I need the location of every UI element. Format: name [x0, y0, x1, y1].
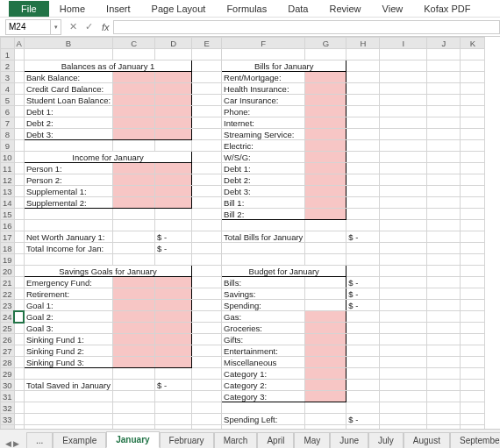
cell[interactable] — [461, 129, 485, 140]
cell[interactable] — [461, 231, 485, 243]
cell[interactable] — [192, 391, 222, 402]
ribbon-tab-home[interactable]: Home — [49, 1, 96, 17]
cell[interactable] — [380, 106, 427, 117]
cell[interactable] — [427, 129, 461, 140]
cell[interactable] — [461, 174, 485, 186]
cell[interactable]: $ - — [346, 231, 380, 243]
cell[interactable] — [155, 414, 192, 425]
cell[interactable] — [380, 323, 427, 334]
cell[interactable] — [461, 402, 485, 414]
cell[interactable] — [461, 140, 485, 152]
cell[interactable] — [346, 254, 380, 266]
cell[interactable] — [113, 311, 155, 323]
row-header[interactable]: 13 — [1, 186, 15, 197]
ribbon-tab-review[interactable]: Review — [318, 1, 371, 17]
cell[interactable]: Supplemental 2: — [24, 197, 112, 209]
row-header[interactable]: 28 — [1, 357, 15, 368]
cell[interactable] — [380, 425, 427, 430]
cell[interactable]: Debt 3: — [24, 129, 112, 140]
sheet-tab[interactable]: March — [214, 432, 258, 448]
cell[interactable]: Rent/Mortgage: — [222, 72, 305, 83]
cell[interactable] — [113, 174, 155, 186]
cell[interactable]: Total Income for Jan: — [24, 243, 112, 254]
cell[interactable] — [24, 140, 112, 152]
cell[interactable] — [427, 425, 461, 430]
cell[interactable] — [155, 186, 192, 197]
row-header[interactable]: 5 — [1, 95, 15, 106]
cell[interactable] — [155, 391, 192, 402]
cell[interactable]: Bills: — [222, 277, 305, 288]
cell[interactable] — [222, 402, 305, 414]
cell[interactable] — [24, 425, 112, 430]
ribbon-tab-file[interactable]: File — [9, 1, 49, 17]
cell[interactable] — [305, 129, 346, 140]
cell[interactable] — [155, 300, 192, 311]
sheet-tab[interactable]: Example — [53, 432, 106, 448]
cell[interactable]: Debt 3: — [222, 186, 305, 197]
cell[interactable] — [427, 186, 461, 197]
cell[interactable] — [461, 345, 485, 357]
spreadsheet-grid[interactable]: A B C D E F G H I J K 12Balances as of J… — [0, 37, 500, 429]
cell[interactable] — [192, 117, 222, 129]
cell[interactable] — [155, 49, 192, 60]
cell[interactable] — [427, 106, 461, 117]
cell[interactable] — [155, 72, 192, 83]
cell[interactable] — [14, 357, 24, 368]
cell[interactable] — [461, 95, 485, 106]
col-header[interactable]: D — [155, 38, 192, 49]
sheet-tab[interactable]: July — [368, 432, 404, 448]
cell[interactable]: Total Bills for January — [222, 231, 305, 243]
cell[interactable]: Debt 2: — [222, 174, 305, 186]
row-header[interactable]: 8 — [1, 129, 15, 140]
name-box-dropdown[interactable]: ▾ — [51, 19, 61, 35]
cell[interactable] — [14, 106, 24, 117]
cell[interactable] — [346, 49, 380, 60]
cell[interactable] — [192, 288, 222, 300]
cell[interactable] — [24, 49, 112, 60]
cell[interactable] — [192, 140, 222, 152]
cell[interactable] — [305, 311, 346, 323]
cell[interactable] — [192, 300, 222, 311]
cell[interactable] — [427, 288, 461, 300]
cell[interactable] — [14, 334, 24, 345]
cell[interactable] — [113, 83, 155, 95]
cell[interactable] — [461, 357, 485, 368]
cell[interactable] — [346, 60, 380, 72]
cell[interactable] — [192, 266, 222, 277]
cell[interactable] — [346, 345, 380, 357]
cell[interactable] — [346, 323, 380, 334]
cell[interactable] — [380, 266, 427, 277]
cell[interactable] — [305, 243, 346, 254]
cell[interactable] — [461, 323, 485, 334]
cell[interactable] — [113, 163, 155, 174]
cell[interactable] — [380, 117, 427, 129]
cell[interactable]: $ - — [155, 231, 192, 243]
cell[interactable]: Goal 1: — [24, 300, 112, 311]
cell[interactable] — [192, 60, 222, 72]
cell[interactable] — [14, 220, 24, 231]
cell[interactable] — [305, 402, 346, 414]
cell[interactable] — [380, 414, 427, 425]
cell[interactable] — [427, 277, 461, 288]
cell[interactable] — [305, 391, 346, 402]
row-header[interactable]: 9 — [1, 140, 15, 152]
cell[interactable] — [427, 72, 461, 83]
cell[interactable]: Health Insurance: — [222, 83, 305, 95]
cell[interactable] — [380, 152, 427, 163]
cell[interactable] — [14, 368, 24, 380]
cell[interactable] — [192, 72, 222, 83]
cell[interactable] — [305, 277, 346, 288]
row-header[interactable]: 16 — [1, 220, 15, 231]
cell[interactable] — [305, 323, 346, 334]
sheet-tab[interactable]: May — [294, 432, 330, 448]
cell[interactable] — [427, 163, 461, 174]
col-header[interactable]: C — [113, 38, 155, 49]
cell[interactable] — [222, 243, 305, 254]
cell[interactable] — [155, 163, 192, 174]
row-header[interactable]: 33 — [1, 414, 15, 425]
ribbon-tab-data[interactable]: Data — [277, 1, 318, 17]
row-header[interactable]: 11 — [1, 163, 15, 174]
cell[interactable] — [155, 368, 192, 380]
cell[interactable] — [427, 243, 461, 254]
cell[interactable] — [346, 163, 380, 174]
